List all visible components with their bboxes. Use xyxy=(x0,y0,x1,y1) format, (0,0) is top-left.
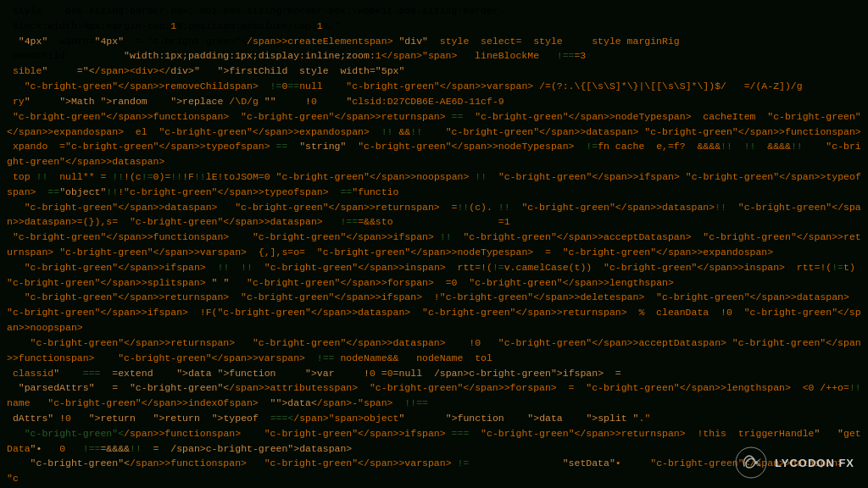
code-line: style box-sizing:border-box;-moz-box-siz… xyxy=(7,3,861,19)
code-line: "c-bright-green"</span>>returnspan> "c-b… xyxy=(7,290,861,488)
code-line: top !! null** = !!!(c!=0)=!!!F!!lE!toJSO… xyxy=(7,169,861,488)
code-line: "c-bright-green"</span>>ifspan> !! !! "c… xyxy=(7,260,861,488)
code-line: sible" ="</span><div></div>" ">firstChil… xyxy=(7,64,861,488)
code-line: block;width:4px;margin-top:1%;position:a… xyxy=(7,19,861,34)
lycodon-logo-icon xyxy=(734,446,768,480)
code-line: "c-bright-green"</span>>functionspan> "c… xyxy=(7,109,861,488)
code-line: pendChild "width:1px;padding:1px;display… xyxy=(7,48,861,488)
code-line: dAttrs" !0 ">return ">return ">typeof ==… xyxy=(7,411,861,488)
code-line: "c-bright-green"</span>>functionspan> "c… xyxy=(7,456,861,488)
code-line: "c-bright-green"</span>>functionspan> "c… xyxy=(7,426,861,488)
logo-area: LYCODON FX xyxy=(734,446,854,480)
svg-point-1 xyxy=(754,461,758,464)
code-line: ry" ">Math ">random ">replace /\D/g "" !… xyxy=(7,94,861,109)
code-line: "4px" width="4px" = "c-bright-green"</sp… xyxy=(7,34,861,488)
code-line: "c-bright-green"</span>>functionspan> "c… xyxy=(7,230,861,488)
code-line: "c-bright-green"</span>>returnspan> "c-b… xyxy=(7,336,861,488)
code-line: "c-bright-green"</span>>removeChildspan>… xyxy=(7,79,861,488)
code-line: "parsedAttrs" = "c-bright-green"</span>>… xyxy=(7,380,861,488)
logo-text: LYCODON FX xyxy=(775,457,854,469)
code-background-display: style box-sizing:border-box;-moz-box-siz… xyxy=(0,0,868,488)
code-line: xpando ="c-bright-green"</span>>typeofsp… xyxy=(7,139,861,488)
svg-point-0 xyxy=(736,447,766,478)
code-line: classid" === =extend ">data ">function "… xyxy=(7,366,861,489)
code-line: "c-bright-green"</span>>dataspan> "c-bri… xyxy=(7,200,861,488)
